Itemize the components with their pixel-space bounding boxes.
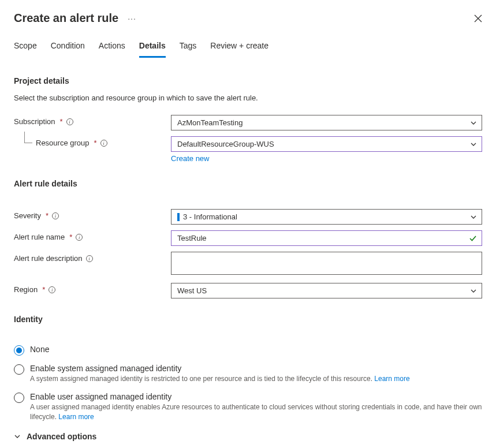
subscription-value: AzMonTeamTesting	[177, 118, 243, 127]
page-title: Create an alert rule	[14, 12, 118, 25]
severity-swatch	[177, 213, 180, 221]
info-icon[interactable]: i	[52, 212, 59, 219]
required-indicator: *	[60, 117, 63, 126]
resource-group-value: DefaultResourceGroup-WUS	[177, 140, 274, 148]
alert-rule-description-input[interactable]	[171, 252, 482, 275]
region-value: West US	[177, 286, 207, 295]
identity-radio-system[interactable]	[14, 364, 24, 375]
subscription-label: Subscription	[14, 117, 55, 126]
alert-rule-name-input[interactable]: TestRule	[171, 230, 482, 246]
alert-rule-description-label: Alert rule description	[14, 254, 83, 263]
identity-radio-none[interactable]	[14, 345, 24, 356]
region-dropdown[interactable]: West US	[171, 283, 482, 298]
info-icon[interactable]: i	[86, 255, 93, 262]
chevron-down-icon	[470, 120, 477, 126]
project-details-desc: Select the subscription and resource gro…	[14, 94, 482, 102]
alert-rule-details-heading: Alert rule details	[14, 179, 482, 188]
info-icon[interactable]: i	[100, 140, 107, 147]
required-indicator: *	[42, 285, 45, 294]
subscription-dropdown[interactable]: AzMonTeamTesting	[171, 115, 482, 130]
advanced-options-toggle[interactable]: Advanced options	[14, 432, 482, 441]
tab-review-create[interactable]: Review + create	[210, 39, 268, 58]
advanced-options-label: Advanced options	[27, 432, 96, 441]
severity-value: 3 - Informational	[183, 212, 237, 221]
more-menu-button[interactable]: ···	[125, 14, 139, 23]
info-icon[interactable]: i	[76, 234, 83, 241]
tab-actions[interactable]: Actions	[99, 39, 125, 58]
learn-more-link[interactable]: Learn more	[374, 374, 409, 384]
tab-scope[interactable]: Scope	[14, 39, 37, 58]
identity-none-label: None	[30, 345, 482, 354]
chevron-down-icon	[470, 214, 477, 221]
identity-system-label: Enable system assigned managed identity	[30, 364, 482, 373]
alert-rule-name-label: Alert rule name	[14, 233, 65, 241]
identity-user-label: Enable user assigned managed identity	[30, 392, 482, 401]
tabs-bar: Scope Condition Actions Details Tags Rev…	[14, 39, 482, 58]
required-indicator: *	[69, 233, 72, 241]
create-new-link[interactable]: Create new	[171, 154, 209, 163]
severity-label: Severity	[14, 211, 41, 220]
chevron-down-icon	[470, 288, 477, 294]
region-label: Region	[14, 285, 38, 294]
info-icon[interactable]: i	[66, 118, 73, 125]
tab-tags[interactable]: Tags	[180, 39, 197, 58]
identity-radio-group: None Enable system assigned managed iden…	[14, 345, 482, 421]
indent-connector	[24, 132, 32, 143]
info-icon[interactable]: i	[49, 286, 55, 293]
resource-group-label: Resource group	[36, 139, 89, 147]
severity-dropdown[interactable]: 3 - Informational	[171, 209, 482, 225]
identity-heading: Identity	[14, 315, 482, 324]
identity-radio-user[interactable]	[14, 393, 24, 403]
identity-user-desc: A user assigned managed identity enables…	[30, 402, 482, 422]
valid-check-icon	[469, 234, 477, 242]
project-details-heading: Project details	[14, 76, 482, 85]
tab-condition[interactable]: Condition	[51, 39, 85, 58]
alert-rule-name-value: TestRule	[177, 234, 207, 242]
tab-details[interactable]: Details	[139, 39, 166, 58]
chevron-down-icon	[14, 433, 21, 440]
identity-system-desc: A system assigned managed identity is re…	[30, 374, 482, 384]
required-indicator: *	[46, 211, 49, 220]
close-button[interactable]	[474, 14, 482, 23]
chevron-down-icon	[470, 141, 477, 148]
learn-more-link[interactable]: Learn more	[58, 412, 94, 422]
required-indicator: *	[94, 139, 97, 147]
resource-group-dropdown[interactable]: DefaultResourceGroup-WUS	[171, 136, 482, 152]
